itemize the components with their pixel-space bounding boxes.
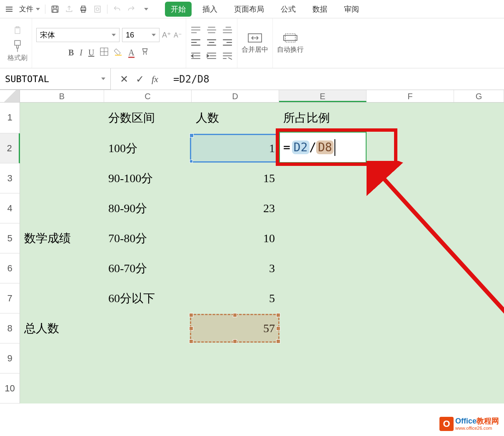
merge-group: 合并居中 <box>237 18 273 68</box>
cell[interactable]: 5 <box>192 283 279 313</box>
cell[interactable]: 23 <box>192 193 279 223</box>
cell[interactable]: 总人数 <box>20 313 104 343</box>
fill-color-button[interactable] <box>114 48 122 58</box>
indent-inc-icon[interactable] <box>206 52 217 60</box>
row-header[interactable]: 3 <box>0 163 20 193</box>
col-header-d[interactable]: D <box>192 90 279 102</box>
cell[interactable] <box>20 283 104 313</box>
undo-icon[interactable] <box>112 5 122 14</box>
svg-point-7 <box>96 8 99 10</box>
cell[interactable] <box>20 103 104 133</box>
border-button[interactable] <box>100 48 108 58</box>
print-preview-icon[interactable] <box>93 5 102 14</box>
row-header[interactable]: 1 <box>0 103 20 133</box>
wrap-icon <box>283 32 298 44</box>
col-header-b[interactable]: B <box>20 90 104 102</box>
tab-data[interactable]: 数据 <box>307 2 333 17</box>
col-header-e[interactable]: E <box>279 90 367 102</box>
cell[interactable]: 3 <box>192 253 279 283</box>
row-header[interactable]: 9 <box>0 343 20 373</box>
accept-formula-icon[interactable]: ✓ <box>136 73 144 85</box>
row-header[interactable]: 6 <box>0 253 20 283</box>
cell[interactable] <box>104 313 192 343</box>
align-mid-icon[interactable] <box>206 26 217 35</box>
svg-rect-10 <box>15 40 20 45</box>
italic-button[interactable]: I <box>80 48 82 58</box>
tab-review[interactable]: 审阅 <box>338 2 365 17</box>
tab-insert[interactable]: 插入 <box>197 2 223 17</box>
cell[interactable]: 60分以下 <box>104 283 192 313</box>
tab-start[interactable]: 开始 <box>165 2 192 17</box>
watermark-logo-icon: O <box>439 417 454 431</box>
wrap-text-button[interactable]: 自动换行 <box>277 32 304 54</box>
share-icon[interactable] <box>65 5 74 14</box>
tab-formula[interactable]: 公式 <box>275 2 302 17</box>
select-all-corner[interactable] <box>0 90 20 102</box>
chevron-down-icon <box>101 78 105 80</box>
fx-icon[interactable]: fx <box>152 74 158 85</box>
increase-font-icon[interactable]: A⁺ <box>162 30 171 40</box>
row-header[interactable]: 10 <box>0 373 20 403</box>
row-header[interactable]: 7 <box>0 283 20 313</box>
cell[interactable]: 10 <box>192 223 279 253</box>
orientation-icon[interactable] <box>222 52 233 60</box>
row-header[interactable]: 5 <box>0 223 20 253</box>
cell[interactable]: 100分 <box>104 133 192 163</box>
redo-icon[interactable] <box>127 5 136 14</box>
align-center-icon[interactable] <box>206 39 217 47</box>
watermark: O Office教程网 www.office26.com <box>439 417 499 431</box>
col-header-g[interactable]: G <box>454 90 504 102</box>
format-painter-icon[interactable] <box>12 40 23 54</box>
row-header[interactable]: 8 <box>0 313 20 343</box>
align-top-icon[interactable] <box>190 26 201 35</box>
svg-rect-1 <box>53 6 57 8</box>
cell[interactable] <box>20 253 104 283</box>
align-bot-icon[interactable] <box>222 26 233 35</box>
align-right-icon[interactable] <box>222 39 233 47</box>
format-painter-label: 格式刷 <box>7 54 27 63</box>
cell[interactable]: 人数 <box>192 103 279 133</box>
cell[interactable] <box>20 133 104 163</box>
row-header[interactable]: 2 <box>0 133 20 163</box>
formula-input[interactable]: =D2/D8 <box>167 73 504 85</box>
print-icon[interactable] <box>79 5 88 14</box>
align-left-icon[interactable] <box>190 39 201 47</box>
cell[interactable]: 所占比例 <box>279 103 367 133</box>
cell[interactable]: 分数区间 <box>104 103 192 133</box>
cell[interactable]: 数学成绩 <box>20 223 104 253</box>
row-header[interactable]: 4 <box>0 193 20 223</box>
col-header-c[interactable]: C <box>104 90 192 102</box>
cancel-formula-icon[interactable]: ✕ <box>120 73 128 85</box>
col-header-f[interactable]: F <box>367 90 454 102</box>
font-size-select[interactable]: 16 <box>122 28 160 42</box>
clear-format-button[interactable] <box>140 47 150 58</box>
name-box[interactable]: SUBTOTAL <box>0 68 111 90</box>
qat-dropdown-icon[interactable] <box>144 8 148 10</box>
svg-rect-5 <box>82 10 85 12</box>
grid-area: B C D E F G 1 分数区间 人数 所占比例 2 100分 1 3 90… <box>0 90 504 436</box>
indent-dec-icon[interactable] <box>190 52 201 60</box>
d8-selection-indicator <box>190 314 279 343</box>
save-icon[interactable] <box>50 5 60 14</box>
menu-icon[interactable] <box>4 5 14 13</box>
cell[interactable]: 60-70分 <box>104 253 192 283</box>
font-color-button[interactable]: A <box>128 48 134 58</box>
svg-rect-12 <box>115 55 122 56</box>
active-cell-e2[interactable]: = D2 / D8 <box>279 132 367 163</box>
formula-ref-d8: D8 <box>316 140 334 154</box>
cell[interactable]: 15 <box>192 163 279 193</box>
paste-icon[interactable] <box>11 24 24 37</box>
font-name-select[interactable]: 宋体 <box>36 28 120 42</box>
cell[interactable]: 80-90分 <box>104 193 192 223</box>
cell[interactable] <box>20 163 104 193</box>
bold-button[interactable]: B <box>68 48 74 58</box>
cell[interactable] <box>20 193 104 223</box>
cell[interactable]: 70-80分 <box>104 223 192 253</box>
file-menu[interactable]: 文件 <box>19 4 40 14</box>
merge-center-button[interactable]: 合并居中 <box>242 32 268 54</box>
svg-rect-6 <box>95 6 100 12</box>
cell[interactable]: 90-100分 <box>104 163 192 193</box>
tab-layout[interactable]: 页面布局 <box>228 2 270 17</box>
underline-button[interactable]: U <box>88 48 94 58</box>
decrease-font-icon[interactable]: A⁻ <box>174 31 182 39</box>
